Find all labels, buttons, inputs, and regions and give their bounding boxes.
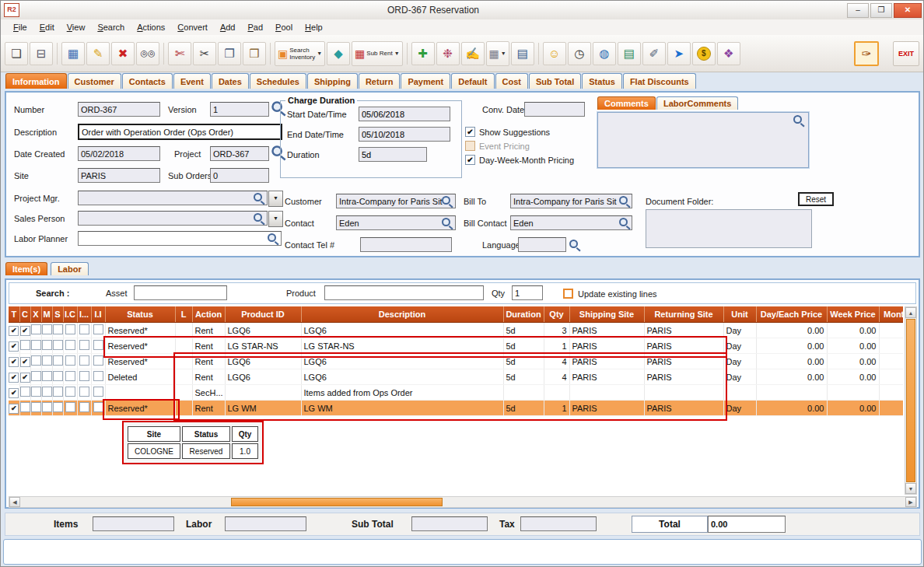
col-header-returning-site[interactable]: Returning Site [644,306,723,323]
col-header-description[interactable]: Description [301,306,503,323]
transfer-button[interactable]: ➤ [667,42,691,65]
row-checkbox[interactable] [31,340,41,350]
tab-cost[interactable]: Cost [495,73,528,89]
catalog-button[interactable]: ▤ [618,42,641,65]
site-report-button[interactable]: ▤ [511,42,534,65]
cut-sheet-button[interactable]: ✄ [168,42,191,65]
tab-contacts[interactable]: Contacts [122,73,173,89]
tab-comments[interactable]: Comments [597,96,656,110]
col-header-status[interactable]: Status [105,306,175,323]
save-button[interactable]: ▦ [61,42,85,65]
row-checkbox[interactable] [79,387,89,397]
scrollbar-thumb[interactable] [906,319,915,482]
tab-items[interactable]: Item(s) [5,262,47,275]
menu-search[interactable]: Search [91,21,131,33]
tab-status[interactable]: Status [582,73,622,89]
col-header-month-price[interactable]: Month [879,306,903,323]
time-button[interactable]: ◷ [568,42,591,65]
row-checkbox[interactable] [20,402,30,412]
find-button[interactable]: ◎◎ [136,42,159,65]
exit-button[interactable]: EXIT [893,41,919,66]
row-checkbox[interactable] [79,340,89,350]
col-header-action[interactable]: Action [192,306,225,323]
pool-drop-button[interactable]: ◆ [327,42,350,65]
language-lookup-icon[interactable] [569,240,580,250]
start-date-field[interactable] [359,107,450,121]
menu-view[interactable]: View [61,21,92,33]
scrollbar-thumb[interactable] [231,498,443,506]
product-search-input[interactable] [324,285,484,300]
dwm-pricing-checkbox[interactable] [465,155,475,165]
description-field[interactable] [78,124,282,140]
row-checkbox[interactable]: ✔ [20,326,30,336]
new-button[interactable]: ❏ [5,42,28,65]
asset-search-input[interactable] [134,285,227,300]
project-mgr-dropdown[interactable]: ▼ [268,191,283,207]
row-checkbox[interactable] [93,324,103,334]
labor-planner-field[interactable] [78,231,282,246]
billing-button[interactable]: $ [692,42,716,65]
col-header[interactable]: S [52,306,63,323]
crew-button[interactable]: ☺ [543,42,566,65]
row-checkbox[interactable] [65,371,75,381]
edit-button[interactable]: ✎ [86,42,110,65]
cut-button[interactable]: ✂ [193,42,216,65]
table-row[interactable]: ✔ Reserved* Rent LG STAR-NS LG STAR-NS 5… [9,338,903,354]
row-checkbox[interactable] [93,371,103,381]
col-header-unit[interactable]: Unit [723,306,756,323]
col-header-week-price[interactable]: Week Price [827,306,879,323]
row-checkbox[interactable]: ✔ [9,326,19,336]
row-checkbox[interactable] [42,340,52,350]
number-field[interactable] [78,102,160,117]
row-checkbox[interactable]: ✔ [9,373,19,383]
row-checkbox[interactable] [20,387,30,397]
tab-information[interactable]: Information [5,73,67,89]
row-checkbox[interactable] [93,340,103,350]
col-header[interactable]: I... [77,306,91,323]
media-button[interactable]: ◍ [593,42,616,65]
row-checkbox[interactable] [42,355,52,366]
tab-shipping[interactable]: Shipping [307,73,358,89]
row-checkbox[interactable]: ✔ [20,373,30,383]
bill-contact-lookup-icon[interactable] [619,218,630,229]
date-created-field[interactable] [78,146,160,161]
labor-planner-lookup-icon[interactable] [268,233,278,244]
contact-field[interactable] [336,215,456,230]
row-checkbox[interactable] [20,340,30,350]
menu-file[interactable]: File [7,21,33,33]
row-checkbox[interactable] [53,324,63,334]
menu-actions[interactable]: Actions [131,21,171,33]
customer-lookup-icon[interactable] [442,196,453,207]
menu-add[interactable]: Add [214,21,242,33]
menu-edit[interactable]: Edit [33,21,61,33]
project-field[interactable] [210,146,269,161]
scroll-up-arrow[interactable]: ▲ [905,307,916,318]
table-row[interactable]: ✔ SecH... Items added from Ops Order [9,385,903,401]
copy-button[interactable]: ❐ [218,42,241,65]
col-header[interactable]: I.C [63,306,77,323]
row-checkbox[interactable] [42,371,52,381]
row-checkbox[interactable] [53,387,63,397]
close-button[interactable]: ✕ [894,3,922,18]
language-field[interactable] [518,237,566,252]
scroll-left-arrow[interactable]: ◀ [9,497,20,507]
tab-labor[interactable]: Labor [51,262,89,275]
maximize-button[interactable]: ❐ [870,3,892,18]
site-field[interactable] [78,168,160,183]
conv-date-field[interactable] [524,102,585,117]
row-checkbox[interactable] [31,402,41,412]
row-checkbox[interactable] [65,402,75,412]
col-header-product-id[interactable]: Product ID [225,306,301,323]
row-checkbox[interactable] [79,355,89,366]
paste-button[interactable]: ❒ [243,42,266,65]
col-header-l[interactable]: L [175,306,192,323]
update-existing-lines-checkbox[interactable] [563,289,573,299]
sub-rent-button[interactable]: ▦ Sub Rent ▼ [352,41,403,66]
table-row[interactable]: ✔ ✔ Reserved* Rent LGQ6 LGQ6 5d 4 PARIS [9,354,903,369]
row-checkbox[interactable] [65,355,75,366]
contact-tel-field[interactable] [360,237,452,252]
comments-textarea[interactable] [597,112,809,168]
row-checkbox[interactable] [31,324,41,334]
minimize-button[interactable]: – [847,3,869,18]
scroll-down-arrow[interactable]: ▼ [905,483,916,494]
